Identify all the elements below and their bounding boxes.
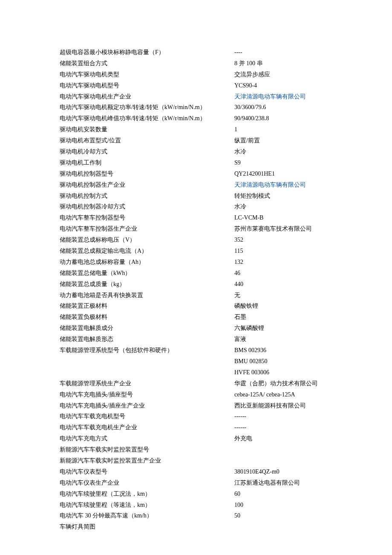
spec-value: 46	[234, 268, 332, 279]
spec-value: 30/3600/79.6	[234, 102, 332, 113]
spec-label: 驱动电机控制器冷却方式	[60, 201, 234, 212]
spec-row: 电动汽车整车控制器生产企业苏州市莱赛电车技术有限公司	[60, 223, 332, 234]
spec-row: 储能装置电解质形态富液	[60, 334, 332, 345]
spec-value: 1	[234, 124, 332, 135]
spec-row: 电动汽车驱动电机额定功率/转速/转矩（kW/r/min/N.m）30/3600/…	[60, 102, 332, 113]
spec-label: 电动汽车驱动电机生产企业	[60, 91, 234, 102]
spec-value-link[interactable]: 天津清源电动车辆有限公司	[234, 179, 332, 191]
spec-row: 车载能源管理系统型号（包括软件和硬件）BMS 002936	[60, 345, 332, 356]
spec-label: 储能装置负极材料	[60, 312, 234, 323]
spec-row: 储能装置总成额定输出电流（A）115	[60, 246, 332, 257]
spec-value: 华霆（合肥）动力技术有限公司	[234, 378, 332, 389]
spec-row: 驱动电机控制器型号QY2142001HE1	[60, 168, 332, 179]
spec-label: 储能装置总储电量（kWh）	[60, 268, 234, 279]
spec-label: 驱动电机布置型式/位置	[60, 135, 234, 146]
spec-label: 车辆灯具简图	[60, 521, 234, 532]
spec-label: 动力蓄电池箱是否具有快换装置	[60, 290, 234, 301]
spec-label: 电动汽车整车控制器生产企业	[60, 223, 234, 234]
spec-row: 驱动电机冷却方式水冷	[60, 146, 332, 157]
spec-label: 电动汽车驱动电机类型	[60, 69, 234, 80]
spec-label: 电动汽车充电方式	[60, 433, 234, 444]
spec-label: 电动汽车驱动电机额定功率/转速/转矩（kW/r/min/N.m）	[60, 102, 234, 113]
spec-value: 水冷	[234, 201, 332, 212]
spec-label: 车载能源管理系统生产企业	[60, 378, 234, 389]
spec-value: 115	[234, 246, 332, 257]
spec-label: 新能源汽车车载实时监控装置型号	[60, 444, 234, 455]
spec-row: 驱动电机控制器生产企业天津清源电动车辆有限公司	[60, 179, 332, 191]
spec-label: 电动汽车充电插头/插座生产企业	[60, 400, 234, 411]
spec-value: 交流异步感应	[234, 69, 332, 80]
spec-row: 车载能源管理系统生产企业华霆（合肥）动力技术有限公司	[60, 378, 332, 389]
spec-value: 转矩控制模式	[234, 191, 332, 202]
spec-value-extra: BMU 002850	[234, 356, 332, 367]
spec-label: 电动汽车充电插头/插座型号	[60, 389, 234, 400]
spec-value: cebea-125A/ cebea-125A	[234, 389, 332, 400]
spec-row: 驱动电机控制方式转矩控制模式	[60, 191, 332, 202]
spec-row: 电动汽车仪表生产企业江苏新通达电器有限公司	[60, 477, 332, 489]
spec-value-extra: HVFE 003006	[234, 367, 332, 378]
spec-value: QY2142001HE1	[234, 168, 332, 179]
spec-value: 90/9400/238.8	[234, 113, 332, 124]
spec-label: 驱动电机工作制	[60, 157, 234, 168]
spec-row: 电动汽车续驶里程（等速法，km）100	[60, 500, 332, 511]
spec-label: 驱动电机控制方式	[60, 191, 234, 202]
spec-row: 超级电容器最小模块标称静电容量（F）----	[60, 47, 332, 58]
spec-value: ----	[234, 47, 332, 58]
spec-row: 储能装置正极材料磷酸铁锂	[60, 301, 332, 312]
spec-value: 六氟磷酸锂	[234, 323, 332, 334]
spec-row: 电动汽车驱动电机峰值功率/转速/转矩（kW/r/min/N.m）90/9400/…	[60, 113, 332, 124]
spec-label: 储能装置电解质形态	[60, 334, 234, 345]
spec-label: 电动汽车整车控制器型号	[60, 212, 234, 223]
spec-row: 储能装置组合方式8 并 100 串	[60, 58, 332, 69]
spec-value: 50	[234, 510, 332, 521]
spec-row: 车辆灯具简图	[60, 521, 332, 532]
spec-label: 动力蓄电池总成标称容量（Ah）	[60, 257, 234, 268]
spec-row: 储能装置总成质量（kg）440	[60, 279, 332, 290]
spec-label: 储能装置正极材料	[60, 301, 234, 312]
spec-row: 电动汽车车载充电机型号------	[60, 411, 332, 422]
spec-label: 储能装置总成额定输出电流（A）	[60, 246, 234, 257]
spec-row: 电动汽车整车控制器型号LC-VCM-B	[60, 212, 332, 223]
spec-label: 电动汽车仪表生产企业	[60, 477, 234, 489]
spec-label: 电动汽车车载充电机型号	[60, 411, 234, 422]
spec-value: 无	[234, 290, 332, 301]
spec-label: 电动汽车续驶里程（等速法，km）	[60, 500, 234, 511]
spec-row: 电动汽车 30 分钟最高车速（km/h）50	[60, 510, 332, 521]
spec-value: 132	[234, 257, 332, 268]
spec-label: 驱动电机控制器生产企业	[60, 179, 234, 191]
spec-row: 驱动电机控制器冷却方式水冷	[60, 201, 332, 212]
spec-label: 储能装置组合方式	[60, 58, 234, 69]
spec-label: 电动汽车车载充电机生产企业	[60, 422, 234, 433]
spec-value: BMS 002936	[234, 345, 332, 356]
spec-label: 电动汽车续驶里程（工况法，km）	[60, 489, 234, 500]
spec-label: 电动汽车仪表型号	[60, 466, 234, 477]
spec-value: 水冷	[234, 146, 332, 157]
spec-label: 电动汽车驱动电机型号	[60, 80, 234, 91]
spec-value: 富液	[234, 334, 332, 345]
spec-value: ------	[234, 422, 332, 433]
spec-row: 驱动电机安装数量1	[60, 124, 332, 135]
spec-label: 车载能源管理系统型号（包括软件和硬件）	[60, 345, 234, 356]
spec-row: 电动汽车驱动电机型号YCS90-4	[60, 80, 332, 91]
spec-row: 电动汽车续驶里程（工况法，km）60	[60, 489, 332, 500]
spec-row: 电动汽车车载充电机生产企业------	[60, 422, 332, 433]
spec-table: 超级电容器最小模块标称静电容量（F）----储能装置组合方式8 并 100 串电…	[60, 47, 332, 532]
spec-value: 磷酸铁锂	[234, 301, 332, 312]
spec-row: 动力蓄电池箱是否具有快换装置无	[60, 290, 332, 301]
spec-value: 440	[234, 279, 332, 290]
spec-label: 新能源汽车车载实时监控装置生产企业	[60, 455, 234, 466]
spec-value: LC-VCM-B	[234, 212, 332, 223]
spec-label: 驱动电机冷却方式	[60, 146, 234, 157]
spec-value: 石墨	[234, 312, 332, 323]
spec-value: S9	[234, 157, 332, 168]
spec-label: 储能装置电解质成分	[60, 323, 234, 334]
spec-row: 储能装置电解质成分六氟磷酸锂	[60, 323, 332, 334]
spec-label: 驱动电机控制器型号	[60, 168, 234, 179]
spec-value-link[interactable]: 天津清源电动车辆有限公司	[234, 91, 332, 102]
spec-label: 超级电容器最小模块标称静电容量（F）	[60, 47, 234, 58]
spec-row: 动力蓄电池总成标称容量（Ah）132	[60, 257, 332, 268]
spec-label: 电动汽车驱动电机峰值功率/转速/转矩（kW/r/min/N.m）	[60, 113, 234, 124]
spec-row: 电动汽车仪表型号3801910E4QZ-m0	[60, 466, 332, 477]
spec-row: 储能装置总成标称电压（V）352	[60, 234, 332, 246]
spec-row: 电动汽车驱动电机类型交流异步感应	[60, 69, 332, 80]
